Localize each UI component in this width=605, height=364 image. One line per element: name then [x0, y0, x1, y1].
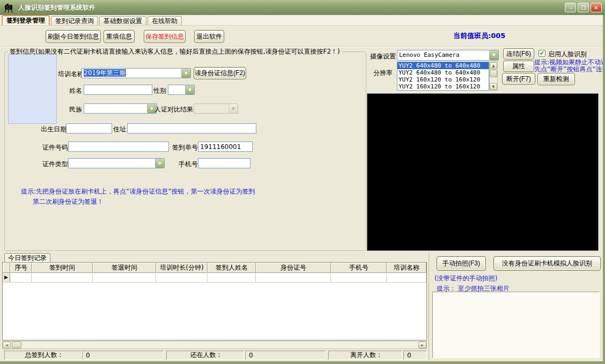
scroll-up-icon[interactable]: ▲	[490, 62, 497, 69]
chevron-down-icon[interactable]: ▼	[489, 50, 498, 60]
resolution-label: 分辨率	[373, 69, 393, 78]
tab-record-query[interactable]: 签到记录查询	[51, 16, 98, 25]
address-label: 住址	[113, 125, 126, 134]
left-count-value: 0	[403, 351, 427, 360]
manual-photo-button[interactable]: 手动拍照(F3)	[437, 256, 486, 271]
training-name-combo[interactable]: 2019年第三期 ▼	[82, 68, 191, 78]
redetect-button[interactable]: 重新检测	[537, 73, 575, 85]
scroll-down-icon[interactable]: ▼	[490, 83, 497, 90]
camera-device-value: Lenovo EasyCamera	[397, 50, 489, 60]
id-type-label: 证件类型	[42, 160, 68, 169]
exit-button[interactable]: 退出软件	[194, 30, 224, 43]
simulate-face-recognition-button[interactable]: 没有身份证刷卡机模拟人脸识别	[493, 256, 601, 271]
col-phone: 手机号	[331, 263, 387, 273]
face-recognition-checkbox[interactable]: ✔	[538, 50, 545, 57]
tab-base-data-settings[interactable]: 基础数据设置	[99, 16, 146, 25]
scroll-left-icon[interactable]: ◄	[3, 341, 11, 348]
signin-info-groupbox: 签到信息(如果没有二代证刷卡机请直接输入来访客人信息，输好后直接点上面的保存按钮…	[4, 51, 366, 251]
col-name: 签到人姓名	[208, 263, 256, 273]
refill-info-button[interactable]: 重填信息	[104, 30, 135, 43]
signin-no-label: 签到单号	[172, 143, 198, 152]
resolution-option[interactable]: YUY2 320x240 to 320x240	[397, 90, 489, 91]
chevron-down-icon[interactable]: ▼	[185, 85, 194, 94]
id-number-input[interactable]	[68, 142, 169, 152]
tab-signin-management[interactable]: 签到登录管理	[2, 15, 50, 25]
minimize-icon[interactable]: –	[565, 3, 576, 12]
camera-device-combo[interactable]: Lenovo EasyCamera ▼	[397, 50, 499, 61]
resolution-option[interactable]: YUY2 640x480 to 640x480	[397, 69, 489, 76]
maximize-icon[interactable]: ❐	[578, 3, 589, 12]
resolution-scrollbar[interactable]: ▲ ▼	[489, 62, 498, 91]
app-icon	[3, 2, 14, 13]
app-window: 人脸识别签到管理系统软件 – ❐ ✕ 签到登录管理 签到记录查询 基础数据设置 …	[0, 0, 605, 364]
disconnect-button[interactable]: 断开(F7)	[502, 73, 535, 85]
birth-date-label: 出生日期	[41, 125, 67, 134]
main-tabbar: 签到登录管理 签到记录查询 基础数据设置 在线帮助	[0, 15, 605, 26]
col-signin-time: 签到时间	[32, 263, 93, 273]
records-header-row: 序号 签到时间 签退时间 培训时长(分钟) 签到人姓名 身份证号 手机号 培训名…	[3, 263, 426, 273]
phone-input[interactable]	[198, 158, 250, 168]
scrollbar-thumb[interactable]	[12, 341, 21, 348]
today-records-tab[interactable]: 今日签到记录	[4, 253, 50, 262]
manual-photo-note: (没带证件的手动拍照)	[434, 274, 497, 283]
address-input[interactable]	[127, 123, 256, 133]
resolution-listbox[interactable]: YUY2 640x480 to 640x480 YUY2 640x480 to …	[397, 62, 489, 91]
row-selector-icon: ▶	[3, 273, 10, 283]
signin-hint-line2: 第二次刷身份证为签退！	[33, 197, 104, 206]
training-name-value: 2019年第三期	[84, 69, 126, 77]
save-signin-button[interactable]: 保存签到信息	[144, 30, 186, 43]
records-table: 序号 签到时间 签退时间 培训时长(分钟) 签到人姓名 身份证号 手机号 培训名…	[2, 262, 427, 340]
col-signout-time: 签退时间	[93, 263, 156, 273]
close-icon[interactable]: ✕	[591, 3, 602, 12]
birth-date-input[interactable]	[66, 123, 112, 133]
verify-result-label: 人证对比结果	[154, 105, 193, 114]
id-number-label: 证件号码	[42, 143, 68, 152]
titlebar: 人脸识别签到管理系统软件 – ❐ ✕	[0, 0, 605, 15]
properties-button[interactable]: 属性	[503, 61, 534, 72]
signin-hint-line1: 提示:先把身份证放在刷卡机上，再点“读身份证信息”按钮，第一次读身份证为签到	[21, 187, 255, 196]
left-count-label: 离开人数 :	[328, 351, 402, 360]
chevron-down-icon[interactable]: ▼	[181, 69, 190, 78]
col-training-name: 培训名称	[387, 263, 426, 273]
scroll-right-icon[interactable]: ►	[418, 341, 426, 348]
col-id-number: 身份证号	[256, 263, 331, 273]
connect-button[interactable]: 连结(F6)	[503, 48, 534, 60]
id-type-combo[interactable]: ▼	[68, 158, 165, 168]
name-input[interactable]	[84, 85, 152, 95]
total-signin-value: 0	[82, 351, 164, 360]
ethnicity-combo[interactable]: ▼	[84, 103, 157, 114]
total-signin-label: 总签到人数 :	[4, 351, 82, 360]
still-present-value: 0	[245, 351, 326, 360]
resolution-option[interactable]: YUY2 640x480 to 640x480	[397, 62, 489, 69]
table-row[interactable]: ▶	[3, 273, 426, 283]
refresh-today-button[interactable]: 刷新今日签到信息	[46, 30, 101, 43]
window-controls: – ❐ ✕	[565, 3, 602, 12]
window-title: 人脸识别签到管理系统软件	[18, 3, 95, 12]
resolution-option[interactable]: YUY2 160x120 to 160x120	[397, 83, 489, 90]
window-right-border	[603, 15, 605, 364]
signin-no-input[interactable]	[198, 142, 253, 152]
id-photo-placeholder	[8, 54, 57, 124]
gender-combo[interactable]: ▼	[168, 85, 195, 95]
read-id-card-button[interactable]: 读身份证信息(F2)	[194, 67, 246, 79]
gender-label: 性别	[153, 86, 166, 95]
training-name-label: 培训名称	[58, 70, 84, 79]
still-present-label: 还在人数 :	[166, 351, 244, 360]
signin-group-title: 签到信息(如果没有二代证刷卡机请直接输入来访客人信息，输好后直接点上面的保存按钮…	[8, 47, 342, 56]
window-bottom-border	[0, 361, 605, 364]
name-label: 姓名	[69, 86, 82, 95]
captured-photos-area	[432, 292, 600, 358]
tab-online-help[interactable]: 在线帮助	[147, 16, 182, 25]
ethnicity-label: 民族	[69, 105, 82, 114]
col-duration: 培训时长(分钟)	[156, 263, 208, 273]
camera-settings-label: 摄像设置	[370, 52, 396, 61]
resolution-option[interactable]: YUY2 160x120 to 160x120	[397, 76, 489, 83]
current-operator: 当前值班员:005	[453, 31, 505, 41]
camera-video-preview	[367, 93, 599, 251]
chevron-down-icon: ▼	[228, 104, 238, 113]
chevron-down-icon[interactable]: ▼	[155, 159, 164, 168]
scrollbar-thumb[interactable]	[490, 70, 497, 77]
records-hscrollbar[interactable]: ◄ ►	[2, 341, 427, 349]
phone-label: 手机号	[179, 160, 198, 169]
row-selector-header	[3, 263, 10, 273]
